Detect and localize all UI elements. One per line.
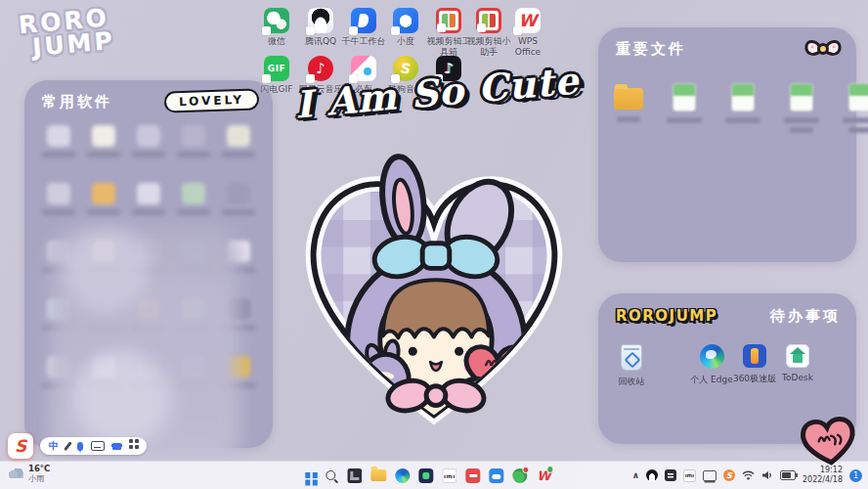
- icon-label: 微信: [268, 36, 285, 47]
- notebook-app-icon[interactable]: [347, 468, 362, 483]
- blurred-app-icon[interactable]: [39, 183, 78, 215]
- desktop-icon[interactable]: 微信: [254, 8, 299, 47]
- pen-icon[interactable]: [64, 441, 71, 450]
- store-app-icon[interactable]: [418, 468, 433, 483]
- sogou-tray-icon[interactable]: S: [723, 469, 735, 481]
- blurred-label: [667, 117, 702, 123]
- monitor-tray-icon[interactable]: [703, 470, 716, 481]
- blurred-region: [50, 227, 239, 466]
- weather-condition: 小雨: [28, 474, 50, 483]
- file-item[interactable]: [725, 84, 760, 123]
- 360-app-icon[interactable]: [743, 344, 766, 368]
- ime-toolbar: S 中: [8, 433, 147, 459]
- icon-label: 小度: [397, 36, 414, 47]
- desktop-icon[interactable]: 视频剪辑工具箱: [426, 8, 471, 58]
- wps-icon[interactable]: W: [515, 8, 541, 33]
- blurred-app-icon[interactable]: [84, 183, 123, 215]
- file-item[interactable]: [784, 84, 819, 133]
- qq-tray-icon[interactable]: [646, 469, 658, 481]
- icon-label: 腾讯QQ: [305, 36, 336, 47]
- folder-icon[interactable]: [614, 88, 643, 110]
- file-item[interactable]: [614, 84, 643, 122]
- toolbox2-icon[interactable]: [476, 8, 501, 33]
- weather-cloud-icon: [9, 468, 23, 478]
- sogou-logo-icon[interactable]: S: [8, 433, 33, 459]
- search-button[interactable]: [323, 467, 338, 483]
- logo-line-2: JUMP: [31, 29, 116, 60]
- notification-count-badge[interactable]: 1: [849, 469, 862, 482]
- software-panel-title: 常用软件: [42, 93, 112, 111]
- edge-browser-icon[interactable]: [700, 344, 724, 369]
- blurred-app-icon[interactable]: [129, 125, 168, 157]
- xiaodu-icon[interactable]: [393, 8, 418, 33]
- todo-brand: ROROJUMP: [616, 307, 717, 325]
- blurred-app-icon[interactable]: [174, 183, 213, 215]
- important-files-panel: 重要文件: [598, 27, 856, 262]
- desktop-icon[interactable]: W WPS Office: [505, 8, 550, 58]
- clock-date: 2022/4/18: [803, 475, 843, 484]
- toolbox-icon[interactable]: [436, 8, 461, 33]
- bunny-sticker: [289, 139, 579, 452]
- imi-app-icon[interactable]: ımı: [442, 468, 456, 483]
- weather-widget[interactable]: 16°C 小雨: [9, 465, 50, 483]
- blurred-label: [790, 127, 813, 133]
- file-item[interactable]: [667, 84, 702, 123]
- desktop: RORO JUMP 常用软件 LOVELY 微信 腾讯QQ 千牛工作台 小度 视…: [0, 0, 868, 489]
- chevron-up-icon[interactable]: ∧: [632, 470, 639, 480]
- gif-icon[interactable]: GIF: [264, 56, 289, 81]
- notification-dot: [546, 466, 554, 473]
- blurred-app-icon[interactable]: [174, 125, 213, 157]
- qq-icon[interactable]: [308, 8, 333, 33]
- battery-icon[interactable]: [780, 470, 796, 480]
- desktop-icon[interactable]: 回收站: [604, 344, 659, 388]
- file-item[interactable]: [843, 84, 868, 133]
- green-app-icon[interactable]: [512, 468, 527, 483]
- common-software-panel: 常用软件 LOVELY: [24, 80, 273, 448]
- work-app-icon[interactable]: [351, 8, 376, 33]
- keyboard-icon[interactable]: [91, 441, 105, 451]
- wps-app-icon[interactable]: W: [536, 467, 551, 483]
- blurred-app-icon[interactable]: [39, 125, 78, 157]
- netease-music-icon[interactable]: ♪: [308, 56, 333, 81]
- music-note-glyph: ♪: [316, 60, 326, 77]
- blurred-app-icon[interactable]: [84, 125, 123, 157]
- music-app-tray-icon[interactable]: [665, 469, 676, 481]
- todesk-icon[interactable]: [786, 344, 809, 368]
- blurred-app-icon[interactable]: [219, 183, 258, 215]
- weather-temperature: 16°C: [28, 465, 50, 474]
- wps-glyph: W: [519, 11, 538, 30]
- spreadsheet-icon[interactable]: [732, 84, 754, 111]
- start-button[interactable]: [301, 469, 314, 482]
- todo-panel-title: 待办事项: [770, 307, 841, 326]
- desktop-icon[interactable]: ToDesk: [770, 344, 825, 382]
- edge-browser-icon[interactable]: [395, 468, 410, 483]
- blurred-label: [725, 117, 760, 123]
- skin-icon[interactable]: [112, 443, 121, 450]
- icon-label: 回收站: [619, 376, 645, 388]
- notification-dot: [522, 467, 530, 474]
- spreadsheet-icon[interactable]: [791, 84, 812, 111]
- desktop-icon[interactable]: 小度: [383, 8, 428, 47]
- desktop-icon[interactable]: 千牛工作台: [341, 8, 386, 47]
- blurred-app-icon[interactable]: [219, 125, 258, 157]
- icon-label: 视频剪辑工具箱: [426, 36, 471, 58]
- heart-sticker: [795, 410, 864, 475]
- toolbox-grid-icon[interactable]: [129, 439, 133, 443]
- cloud-drive-icon[interactable]: [489, 468, 503, 483]
- taskbar-center-icons: ımı W: [301, 462, 551, 489]
- spreadsheet-icon[interactable]: [673, 84, 695, 111]
- gif-glyph: GIF: [268, 64, 285, 73]
- spreadsheet-icon[interactable]: [849, 84, 868, 111]
- imi-tray-icon[interactable]: ımı: [683, 469, 696, 482]
- microphone-icon[interactable]: [77, 442, 83, 451]
- red-app-icon[interactable]: [465, 468, 480, 483]
- file-explorer-icon[interactable]: [370, 469, 386, 481]
- recycle-bin-icon[interactable]: [621, 344, 642, 371]
- wechat-icon[interactable]: [264, 8, 289, 33]
- ime-mode-button[interactable]: 中: [49, 439, 59, 453]
- volume-icon[interactable]: [761, 470, 773, 480]
- desktop-icon[interactable]: 腾讯QQ: [298, 8, 343, 47]
- wifi-icon[interactable]: [742, 470, 755, 480]
- lovely-badge: LOVELY: [164, 88, 260, 112]
- blurred-app-icon[interactable]: [129, 183, 168, 215]
